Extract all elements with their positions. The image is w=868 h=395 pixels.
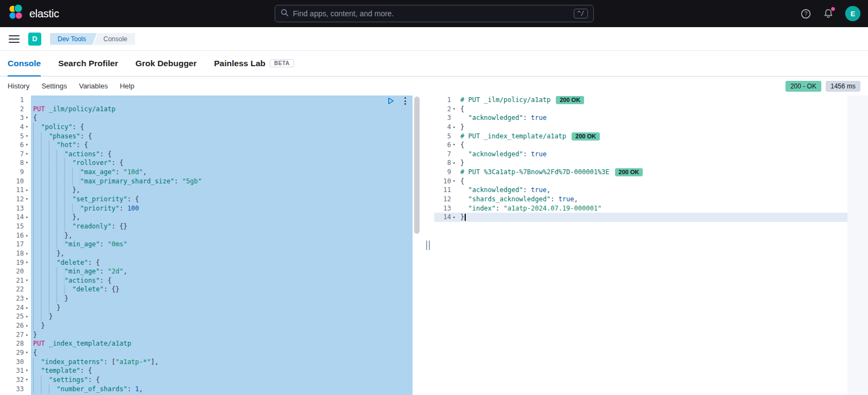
pane-resizer-handle[interactable] <box>421 95 434 395</box>
code-line[interactable]: 30"index_patterns": ["a1atp-*"], <box>0 358 413 367</box>
fold-toggle-icon[interactable]: ▾ <box>24 195 31 204</box>
fold-toggle-icon[interactable]: ▾ <box>24 141 31 150</box>
fold-toggle-icon[interactable]: ▴ <box>24 330 31 340</box>
code-line[interactable]: 20"min_age": "2d", <box>0 267 413 276</box>
help-icon[interactable]: ? <box>800 8 812 20</box>
code-line[interactable]: 13 "index": "a1atp-2024.07.19-000001" <box>434 204 847 213</box>
code-line[interactable]: 7▾"actions": { <box>0 150 413 159</box>
code-line[interactable]: 5▾"phases": { <box>0 132 413 141</box>
code-line[interactable]: 22"delete": {} <box>0 285 413 294</box>
code-line[interactable]: 29▾{ <box>0 348 413 358</box>
tab-painless-lab[interactable]: Painless Lab BETA <box>214 51 294 77</box>
code-line[interactable]: 26▴} <box>0 321 413 330</box>
global-search[interactable]: ^/ <box>275 5 594 22</box>
tab-grok-debugger[interactable]: Grok Debugger <box>135 51 197 77</box>
fold-toggle-icon[interactable]: ▴ <box>24 231 31 240</box>
fold-toggle-icon[interactable]: ▴ <box>451 123 458 132</box>
send-request-button[interactable] <box>387 97 395 105</box>
history-button[interactable]: History <box>8 82 29 90</box>
code-line[interactable]: 5# PUT _index_template/a1atp200 OK <box>434 132 847 141</box>
code-line[interactable]: 32▾"settings": { <box>0 375 413 385</box>
code-line[interactable]: 3 "acknowledged": true <box>434 113 847 123</box>
menu-icon[interactable] <box>9 35 20 43</box>
fold-toggle-icon[interactable]: ▾ <box>24 158 31 168</box>
brand[interactable]: elastic <box>8 4 59 23</box>
tab-console[interactable]: Console <box>8 51 41 77</box>
code-line[interactable]: 28PUT _index_template/a1atp <box>0 339 413 348</box>
fold-toggle-icon[interactable]: ▾ <box>451 141 458 150</box>
fold-toggle-icon[interactable]: ▴ <box>24 294 31 303</box>
code-line[interactable]: 9# PUT %3Ca1atp-%7Bnow%2Fd%7D-000001%3E2… <box>434 168 847 177</box>
code-line[interactable]: 24▴} <box>0 303 413 313</box>
code-line[interactable]: 14▴}, <box>0 213 413 222</box>
fold-toggle-icon[interactable]: ▴ <box>24 303 31 313</box>
code-line[interactable]: 25▴} <box>0 312 413 321</box>
request-editor[interactable]: 12PUT _ilm/policy/a1atp3▾{4▾"policy": {5… <box>0 95 413 393</box>
code-line[interactable]: 13"priority": 100 <box>0 204 413 213</box>
code-line[interactable]: 11 "acknowledged": true, <box>434 186 847 195</box>
fold-toggle-icon[interactable]: ▾ <box>24 150 31 159</box>
fold-toggle-icon[interactable]: ▴ <box>24 186 31 195</box>
code-line[interactable]: 19▾"delete": { <box>0 258 413 267</box>
code-line[interactable]: 2▾{ <box>434 105 847 114</box>
breadcrumb-console[interactable]: Console <box>93 33 135 45</box>
code-line[interactable]: 6▾"hot": { <box>0 141 413 150</box>
tab-search-profiler[interactable]: Search Profiler <box>58 51 118 77</box>
fold-toggle-icon[interactable]: ▴ <box>451 213 458 222</box>
code-line[interactable]: 33"number_of_shards": 1, <box>0 385 413 394</box>
code-line[interactable]: 11▴}, <box>0 186 413 195</box>
code-line[interactable]: 18▴}, <box>0 249 413 258</box>
fold-toggle-icon[interactable]: ▴ <box>24 321 31 330</box>
fold-toggle-icon[interactable]: ▾ <box>451 177 458 186</box>
fold-toggle-icon[interactable]: ▾ <box>24 375 31 385</box>
code-line[interactable]: 12 "shards_acknowledged": true, <box>434 195 847 204</box>
notifications-icon[interactable] <box>822 8 834 20</box>
search-input[interactable] <box>293 9 570 18</box>
response-output[interactable]: 1# PUT _ilm/policy/a1atp200 OK2▾{3 "ackn… <box>434 95 847 222</box>
code-line[interactable]: 1# PUT _ilm/policy/a1atp200 OK <box>434 95 847 105</box>
code-line[interactable]: 3▾{ <box>0 113 413 123</box>
fold-toggle-icon[interactable]: ▾ <box>24 348 31 358</box>
code-line[interactable]: 4▴} <box>434 123 847 132</box>
breadcrumb-dev-tools[interactable]: Dev Tools <box>50 33 97 45</box>
code-line[interactable]: 31▾"template": { <box>0 366 413 375</box>
code-line[interactable]: 27▴} <box>0 330 413 340</box>
settings-button[interactable]: Settings <box>41 82 67 90</box>
scrollbar-thumb[interactable] <box>414 97 420 234</box>
fold-toggle-icon[interactable]: ▾ <box>451 105 458 114</box>
code-line[interactable]: 12▾"set_priority": { <box>0 195 413 204</box>
code-line[interactable]: 2PUT _ilm/policy/a1atp <box>0 105 413 114</box>
request-editor-pane[interactable]: 12PUT _ilm/policy/a1atp3▾{4▾"policy": {5… <box>0 95 421 395</box>
request-options-icon[interactable] <box>401 97 409 105</box>
code-line[interactable]: 10▾{ <box>434 177 847 186</box>
fold-toggle-icon[interactable]: ▴ <box>451 158 458 168</box>
space-avatar[interactable]: D <box>28 33 41 46</box>
code-line[interactable]: 1 <box>0 95 413 105</box>
code-line[interactable]: 21▾"actions": { <box>0 276 413 285</box>
fold-toggle-icon[interactable]: ▴ <box>24 213 31 222</box>
code-line[interactable]: 4▾"policy": { <box>0 123 413 132</box>
variables-button[interactable]: Variables <box>79 82 107 90</box>
fold-toggle-icon[interactable]: ▴ <box>24 249 31 258</box>
fold-toggle-icon[interactable]: ▾ <box>24 123 31 132</box>
code-line[interactable]: 8▾"rollover": { <box>0 158 413 168</box>
fold-toggle-icon[interactable]: ▾ <box>24 366 31 375</box>
fold-toggle-icon[interactable]: ▾ <box>24 113 31 123</box>
fold-toggle-icon[interactable]: ▾ <box>24 276 31 285</box>
fold-toggle-icon[interactable]: ▾ <box>24 258 31 267</box>
code-line[interactable]: 8▴} <box>434 158 847 168</box>
editor-scrollbar[interactable] <box>413 95 421 395</box>
response-output-pane[interactable]: 1# PUT _ilm/policy/a1atp200 OK2▾{3 "ackn… <box>434 95 868 395</box>
code-line[interactable]: 23▴} <box>0 294 413 303</box>
help-button[interactable]: Help <box>120 82 135 90</box>
code-line[interactable]: 17"min_age": "0ms" <box>0 240 413 249</box>
code-line[interactable]: 16▴}, <box>0 231 413 240</box>
code-line[interactable]: 6▾{ <box>434 141 847 150</box>
code-line[interactable]: 10"max_primary_shard_size": "5gb" <box>0 177 413 186</box>
code-line[interactable]: 9"max_age": "10d", <box>0 168 413 177</box>
user-avatar[interactable]: E <box>845 6 860 21</box>
code-line[interactable]: 7 "acknowledged": true <box>434 150 847 159</box>
code-line[interactable]: 14▴} <box>434 213 847 222</box>
code-line[interactable]: 15"readonly": {} <box>0 222 413 231</box>
fold-toggle-icon[interactable]: ▾ <box>24 132 31 141</box>
